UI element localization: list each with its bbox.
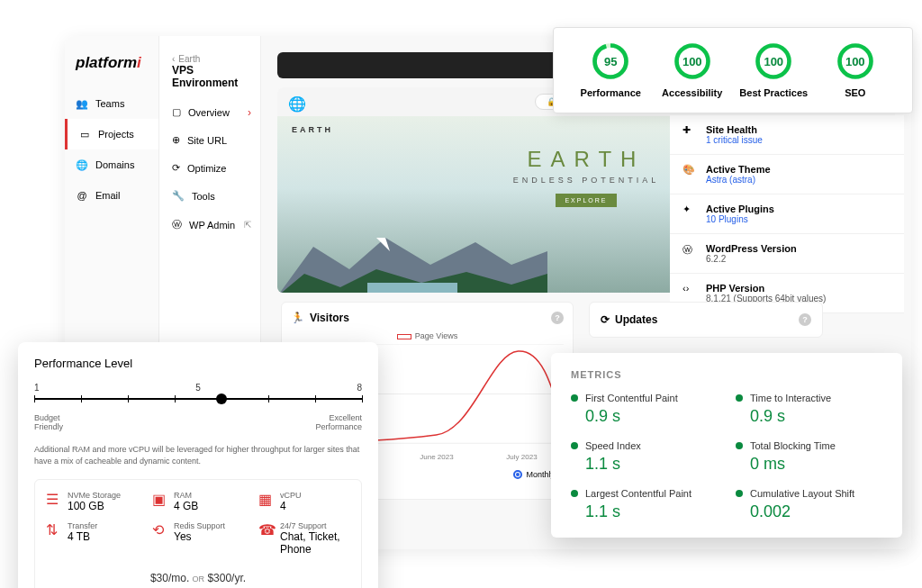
palette-icon: 🎨 xyxy=(682,164,697,178)
sub-overview[interactable]: ▢Overview› xyxy=(159,98,260,126)
slider-thumb[interactable] xyxy=(216,394,227,404)
metric-fcp: First Contentful Paint0.9 s xyxy=(571,393,718,426)
info-wpversion: ⓦ WordPress Version6.2.2 xyxy=(670,234,904,274)
cpu-icon: ▦ xyxy=(258,491,273,505)
nav-domains[interactable]: 🌐Domains xyxy=(65,149,158,180)
code-icon: ‹› xyxy=(682,283,697,297)
monthly-toggle[interactable]: Monthly xyxy=(513,470,555,479)
sub-optimize[interactable]: ⟳Optimize xyxy=(159,154,260,182)
ram-icon: ▣ xyxy=(152,491,167,505)
chart-legend: Page Views xyxy=(291,331,564,340)
pricing: $30/mo. OR $300/yr. xyxy=(46,565,350,584)
transfer-icon: ⇅ xyxy=(46,521,60,536)
lighthouse-card: 95 Performance 100 Accessibility 100 Bes… xyxy=(553,27,913,113)
sub-title: VPS Environment xyxy=(159,64,260,98)
slider-hint: Budget FriendlyExcellent Performance xyxy=(34,413,362,431)
gauge-icon: ⟳ xyxy=(172,162,180,174)
mountain-illustration xyxy=(277,229,547,293)
sub-siteurl[interactable]: ⊕Site URL xyxy=(159,126,260,154)
nav-projects[interactable]: ▭Projects xyxy=(65,119,158,149)
globe-icon: ⊕ xyxy=(172,134,180,146)
external-link-icon: ⇱ xyxy=(244,220,251,230)
help-icon[interactable]: ? xyxy=(551,312,564,324)
wordpress-icon: ⓦ xyxy=(172,218,182,231)
metric-cls: Cumulative Layout Shift0.002 xyxy=(736,488,882,521)
resource-transfer: ⇅Transfer4 TB xyxy=(46,521,138,556)
site-brand: EARTH xyxy=(292,125,333,134)
metrics-card: METRICS First Contentful Paint0.9 s Time… xyxy=(551,353,902,538)
chevron-left-icon: ‹ xyxy=(172,54,175,64)
breadcrumb[interactable]: ‹Earth xyxy=(159,54,260,64)
metric-lcp: Largest Contentful Paint1.1 s xyxy=(571,488,718,521)
help-icon[interactable]: ? xyxy=(799,313,811,326)
resource-support: ☎24/7 SupportChat, Ticket, Phone xyxy=(258,521,350,556)
perf-description: Additional RAM and more vCPU will be lev… xyxy=(34,444,362,466)
globe-icon: 🌐 xyxy=(288,95,301,108)
health-icon: ✚ xyxy=(682,124,697,139)
svg-rect-5 xyxy=(367,283,457,293)
wordpress-icon: ⓦ xyxy=(682,243,697,258)
chevron-right-icon: › xyxy=(248,106,251,119)
support-icon: ☎ xyxy=(258,521,273,536)
nav-teams[interactable]: 👥Teams xyxy=(65,88,158,119)
info-health[interactable]: ✚ Site Health1 critical issue xyxy=(670,115,904,155)
email-icon: @ xyxy=(76,189,88,202)
sub-wpadmin[interactable]: ⓦWP Admin⇱ xyxy=(159,210,260,240)
performance-level-card: Performance Level 158 Budget FriendlyExc… xyxy=(18,342,378,588)
hero-explore-button[interactable]: EXPLORE xyxy=(556,194,616,207)
runner-icon: 🏃 xyxy=(291,312,304,324)
sub-tools[interactable]: 🔧Tools xyxy=(159,182,260,210)
info-theme[interactable]: 🎨 Active ThemeAstra (astra) xyxy=(670,155,904,194)
resource-nvme: ☰NVMe Storage100 GB xyxy=(46,491,138,512)
info-plugins[interactable]: ✦ Active Plugins10 Plugins xyxy=(670,194,904,234)
resource-vcpu: ▦vCPU4 xyxy=(258,491,350,512)
visitors-header: 🏃Visitors? xyxy=(291,312,564,331)
metric-si: Speed Index1.1 s xyxy=(571,440,718,474)
storage-icon: ☰ xyxy=(46,491,60,505)
projects-icon: ▭ xyxy=(78,128,91,140)
site-info-card: ✚ Site Health1 critical issue 🎨 Active T… xyxy=(670,115,904,313)
lh-performance: 95 Performance xyxy=(570,42,652,98)
wrench-icon: 🔧 xyxy=(172,190,185,202)
metric-tbt: Total Blocking Time0 ms xyxy=(736,440,882,474)
updates-panel[interactable]: ⟳Updates? xyxy=(589,302,823,338)
resource-ram: ▣RAM4 GB xyxy=(152,491,244,512)
lh-accessibility: 100 Accessibility xyxy=(652,42,734,98)
metric-tti: Time to Interactive0.9 s xyxy=(736,393,882,426)
perf-title: Performance Level xyxy=(34,357,362,370)
resource-redis: ⟲Redis SupportYes xyxy=(152,521,244,556)
nav-email[interactable]: @Email xyxy=(65,180,158,211)
radio-icon xyxy=(513,470,522,479)
domains-icon: 🌐 xyxy=(76,158,88,171)
lh-best-practices: 100 Best Practices xyxy=(733,42,815,98)
resource-grid: ☰NVMe Storage100 GB ▣RAM4 GB ▦vCPU4 ⇅Tra… xyxy=(34,479,362,588)
lh-seo: 100 SEO xyxy=(815,42,897,98)
plugin-icon: ✦ xyxy=(682,204,697,218)
redis-icon: ⟲ xyxy=(152,521,167,536)
perf-slider[interactable]: 158 xyxy=(34,383,362,410)
logo: platformi xyxy=(65,54,158,88)
metrics-title: METRICS xyxy=(571,369,882,380)
overview-icon: ▢ xyxy=(172,106,181,118)
refresh-icon: ⟳ xyxy=(601,313,610,326)
teams-icon: 👥 xyxy=(76,97,88,110)
